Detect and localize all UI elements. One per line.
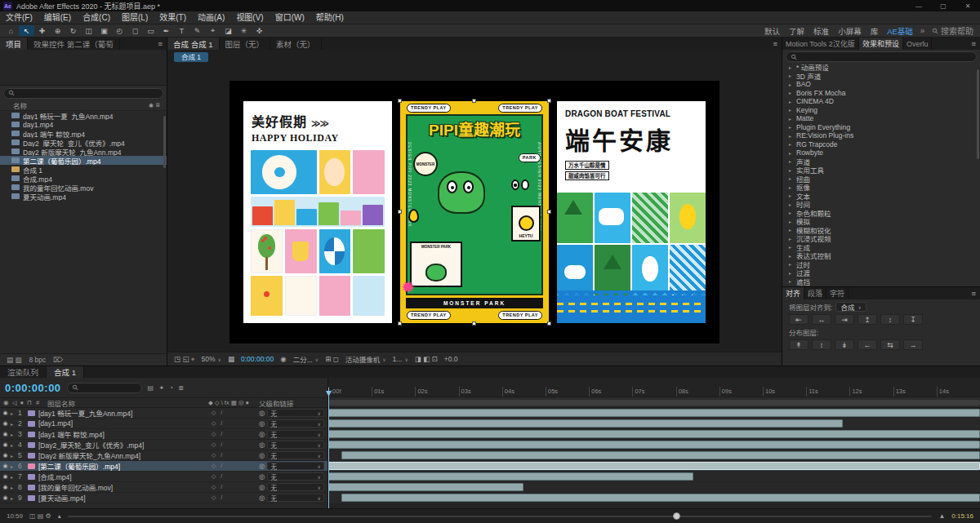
effect-category[interactable]: ▸ 3D 声道	[782, 72, 980, 81]
effect-category[interactable]: ▸ 文本	[782, 192, 980, 201]
current-time-display[interactable]: 0:00:00:00	[5, 382, 61, 394]
project-item[interactable]: Day2_摩天轮_变儿《优秀》.mp4	[0, 138, 167, 147]
pan-behind-tool[interactable]: ◻	[127, 25, 143, 36]
expand-icon[interactable]: ▸	[789, 244, 794, 250]
minimize-button[interactable]: —	[906, 0, 931, 11]
layer-label-color[interactable]	[28, 463, 35, 469]
expand-icon[interactable]: ▸	[789, 167, 794, 173]
effect-category[interactable]: ▸ Rowbyte	[782, 148, 980, 157]
menu-item[interactable]: 图层(L)	[116, 11, 154, 24]
panel-tab[interactable]: 项目	[0, 38, 28, 50]
menu-item[interactable]: 文件(F)	[0, 11, 38, 24]
layer-visibility-toggle[interactable]: ◉	[0, 473, 11, 480]
expand-icon[interactable]: ▸	[789, 193, 794, 198]
pan-camera-tool[interactable]: ◫	[81, 25, 96, 36]
effect-category[interactable]: ▸ 杂色和颗粒	[782, 209, 980, 218]
maximize-button[interactable]: ▢	[931, 0, 956, 11]
align-left-button[interactable]: ⇤	[789, 314, 808, 325]
playhead-line[interactable]	[328, 388, 329, 508]
layer-visibility-toggle[interactable]: ◉	[0, 463, 11, 469]
project-bit-depth[interactable]: 8 bpc	[29, 356, 46, 364]
zoom-slider-knob[interactable]	[673, 512, 680, 520]
effect-category[interactable]: ▸ 表达式控制	[782, 251, 980, 260]
expand-icon[interactable]: ▸	[789, 227, 794, 233]
parent-select[interactable]: 无∨	[267, 409, 324, 417]
selection-handle[interactable]	[547, 210, 551, 214]
effect-category[interactable]: ▸ BAO	[782, 80, 980, 89]
layer-name[interactable]: [Day2_摩天轮_变儿《优秀》.mp4]	[38, 440, 212, 450]
track-row[interactable]	[328, 429, 980, 440]
zoom-in-mountain-icon[interactable]: ▲	[938, 512, 945, 520]
effect-category[interactable]: ▸ 过渡	[782, 268, 980, 277]
expand-icon[interactable]: ▸	[789, 99, 794, 104]
panel-menu-icon[interactable]: ≡	[967, 287, 980, 299]
composition-viewer[interactable]: 合成 1 美好假期≫≫ HAPPY HOLIDAY	[167, 50, 782, 352]
parent-select[interactable]: 无∨	[267, 430, 324, 438]
time-ruler[interactable]: :00f01s02s03s04s05s06s07s08s09s10s11s12s…	[328, 378, 980, 397]
distribute-horizontal-button[interactable]: ⇆	[880, 339, 900, 350]
expand-icon[interactable]: ▸	[789, 116, 794, 122]
type-tool[interactable]: T	[174, 25, 189, 36]
expand-icon[interactable]: ▸	[789, 107, 794, 113]
layer-visibility-toggle[interactable]: ◉	[0, 441, 11, 448]
brush-tool[interactable]: ✎	[189, 25, 205, 36]
panel-tab[interactable]: Motion Tools 2汉化版	[782, 38, 859, 50]
timeline-toggle-icons[interactable]: ◫ ▤ ⚙	[29, 512, 51, 520]
rotation-tool[interactable]: ◴	[112, 25, 127, 36]
layer-row[interactable]: ◉ ▸ 2 [day1.mp4] ◇ / ◎ 无∨	[0, 419, 327, 429]
workspace-tab[interactable]: 小屏幕	[834, 25, 866, 37]
align-bottom-button[interactable]: ↧	[903, 314, 923, 325]
track-row[interactable]	[328, 419, 980, 429]
effect-category[interactable]: ▸ RE:Vision Plug-ins	[782, 131, 980, 140]
pickwhip-icon[interactable]: ◎	[259, 451, 265, 459]
pickwhip-icon[interactable]: ◎	[259, 483, 265, 491]
camera-select[interactable]: 活动摄像机∨	[345, 354, 386, 364]
selection-handle[interactable]	[398, 99, 402, 103]
expand-icon[interactable]: ▸	[789, 150, 794, 156]
panel-tab[interactable]: 效果控件 第二课（葡萄	[28, 38, 120, 50]
distribute-right-button[interactable]: →	[903, 339, 923, 350]
layer-name[interactable]: [day1 畅玩一夏_九鱼Ann.mp4]	[38, 408, 212, 418]
grid-guides-icon[interactable]: ▦	[228, 355, 234, 363]
layer-expand-icon[interactable]: ▸	[11, 453, 18, 459]
effect-category[interactable]: ▸ Matte	[782, 114, 980, 123]
selection-handle[interactable]	[472, 321, 476, 326]
effect-category[interactable]: ▸ Plugin Everything	[782, 123, 980, 132]
trash-icon[interactable]: ⌦	[53, 356, 63, 364]
layer-duration-bar[interactable]	[328, 462, 980, 470]
panel-tab[interactable]: Overlu	[903, 38, 933, 50]
layer-visibility-toggle[interactable]: ◉	[0, 452, 11, 459]
comp-selector-chip[interactable]: 合成 1	[174, 52, 208, 62]
timeline-search-input[interactable]: ⚲	[67, 383, 142, 393]
expand-icon[interactable]: ▸	[789, 133, 794, 139]
menu-item[interactable]: 动画(A)	[192, 11, 230, 24]
layer-expand-icon[interactable]: ▸	[11, 442, 18, 448]
layer-label-color[interactable]	[28, 410, 35, 416]
pickwhip-icon[interactable]: ◎	[259, 419, 265, 428]
layer-duration-bar[interactable]	[328, 430, 980, 438]
selection-tool[interactable]: ↖	[19, 25, 34, 36]
panel-tab[interactable]: 图层（无）	[220, 38, 271, 50]
timeline-view-icons[interactable]: ▤ ✦ ◔ ≣	[148, 384, 185, 392]
selection-handle[interactable]	[547, 99, 551, 103]
layer-expand-icon[interactable]: ▸	[11, 432, 18, 437]
layer-row[interactable]: ◉ ▸ 8 [我的童年回忆动画.mov] ◇ / ◎ 无∨	[0, 482, 327, 493]
layer-name[interactable]: [第二课（葡萄乐园）.mp4]	[38, 461, 212, 471]
layer-label-color[interactable]	[28, 432, 35, 437]
menu-item[interactable]: 合成(C)	[77, 11, 116, 24]
track-row[interactable]	[328, 493, 980, 503]
dolly-camera-tool[interactable]: ▣	[96, 25, 112, 36]
expand-icon[interactable]: ▸	[789, 270, 794, 276]
layer-row[interactable]: ◉ ▸ 6 [第二课（葡萄乐园）.mp4] ◇ / ◎ 无∨	[0, 461, 327, 472]
hand-tool[interactable]: ✚	[34, 25, 50, 36]
layer-switches[interactable]: ◇ /	[212, 484, 259, 490]
layer-visibility-toggle[interactable]: ◉	[0, 484, 11, 490]
parent-select[interactable]: 无∨	[267, 462, 324, 470]
project-item[interactable]: Day2 新版摩天轮_九鱼Ann.mp4	[0, 147, 167, 156]
layer-name[interactable]: [day1 端午 粽饺.mp4]	[38, 429, 212, 439]
layer-switches[interactable]: ◇ /	[212, 473, 259, 480]
snapshot-icon[interactable]: ◉	[280, 355, 286, 363]
layer-duration-bar[interactable]	[328, 472, 693, 481]
viewer-timecode[interactable]: 0:00:00:00	[241, 355, 274, 363]
distribute-top-button[interactable]: ↟	[789, 339, 808, 350]
